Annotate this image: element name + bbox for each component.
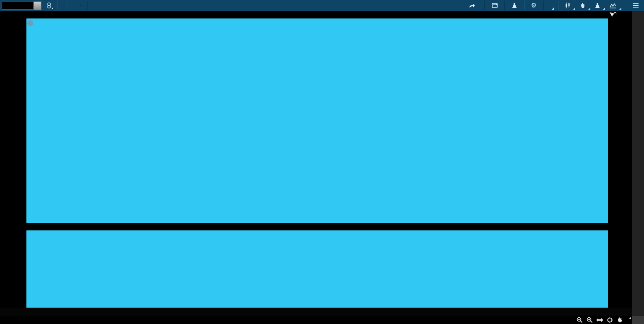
interval-selector[interactable]: [547, 0, 555, 11]
style-menu-button[interactable]: [561, 0, 576, 11]
crosshair-icon: [607, 317, 613, 323]
price-change: [79, 5, 83, 6]
pattern-zigzag-icon: [610, 3, 616, 8]
drawings-menu-button[interactable]: [576, 0, 591, 11]
sidebar-tabs: [632, 11, 644, 315]
toolbar-separator: [558, 1, 558, 10]
left-right-arrows-icon: [596, 318, 603, 322]
toolbar-separator: [524, 1, 525, 10]
hand-drawing-icon: [580, 3, 585, 8]
chart-info-icon[interactable]: [27, 20, 33, 26]
gear-icon: ⚙: [531, 2, 537, 9]
hand-icon: [617, 317, 623, 323]
toolbar-separator: [504, 1, 505, 10]
toolbar-separator: [67, 1, 68, 10]
analysis-tools-button[interactable]: [508, 0, 521, 11]
studies-menu-button[interactable]: [591, 0, 606, 11]
patterns-menu-button[interactable]: [606, 0, 622, 11]
time-axis[interactable]: [0, 308, 632, 316]
top-toolbar: ⚙: [0, 0, 644, 11]
right-sidebar: [632, 11, 644, 324]
note-alert-icon: [492, 3, 498, 8]
sidebar-corner: [632, 315, 644, 324]
flask-icon: [595, 3, 600, 8]
right-price-axis[interactable]: [608, 18, 632, 308]
alerts-button[interactable]: [488, 0, 501, 11]
zoom-in-icon: [587, 317, 593, 323]
main-chart-canvas[interactable]: [26, 18, 608, 223]
candlestick-icon: [565, 3, 570, 8]
zoom-out-icon: [576, 317, 583, 323]
pan-horizontal-button[interactable]: [595, 316, 605, 324]
zoom-out-button[interactable]: [574, 316, 584, 324]
chart-menu-button[interactable]: [629, 0, 644, 11]
zoom-in-button[interactable]: [584, 316, 595, 324]
share-icon: [469, 3, 475, 8]
toolbar-right-group: ⚙: [465, 0, 644, 11]
macd-header: [25, 223, 608, 230]
chart-cursor-icon[interactable]: [609, 12, 617, 18]
toolbar-separator: [87, 1, 88, 10]
share-button[interactable]: [465, 0, 481, 11]
left-price-axis[interactable]: [0, 18, 26, 308]
macd-chart-canvas[interactable]: [26, 230, 608, 308]
symbol-input[interactable]: [2, 2, 34, 10]
toolbar-separator: [543, 1, 544, 10]
hamburger-menu-icon: [633, 3, 639, 8]
symbol-dropdown-button[interactable]: [34, 1, 42, 10]
symbol-combo: [2, 2, 42, 10]
bottom-toolbar: [0, 316, 632, 324]
chain-link-icon: [46, 3, 52, 8]
link-gadget-icon[interactable]: [44, 0, 54, 10]
thinkorswim-app: ⚙: [0, 0, 644, 324]
chart-header: [0, 11, 632, 18]
chart-settings-button[interactable]: ⚙: [527, 0, 540, 11]
flask-icon: [512, 3, 517, 8]
toolbar-separator: [57, 1, 58, 10]
crosshair-button[interactable]: [605, 316, 615, 324]
toolbar-separator: [625, 1, 626, 10]
toolbar-separator: [484, 1, 485, 10]
hand-pan-button[interactable]: [615, 316, 625, 324]
